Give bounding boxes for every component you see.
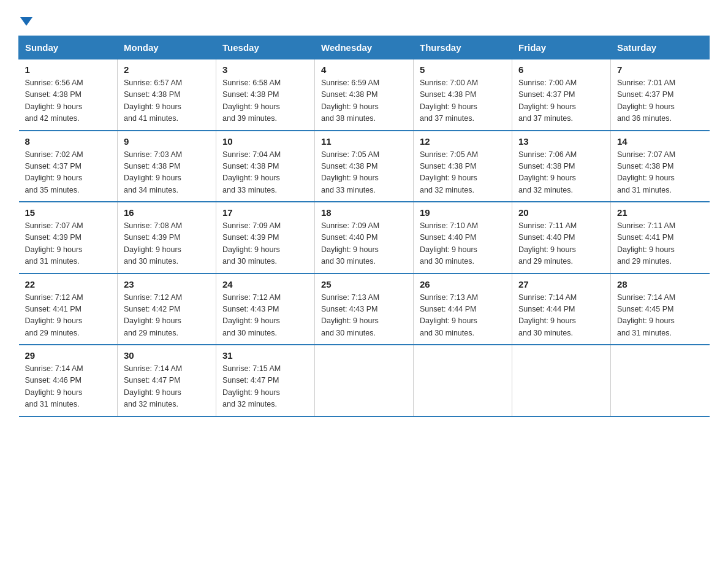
day-cell: 18 Sunrise: 7:09 AMSunset: 4:40 PMDaylig… — [315, 202, 414, 274]
header-friday: Friday — [512, 36, 611, 59]
day-info: Sunrise: 7:00 AMSunset: 4:38 PMDaylight:… — [420, 79, 478, 123]
day-cell — [611, 345, 710, 416]
day-info: Sunrise: 7:11 AMSunset: 4:40 PMDaylight:… — [518, 221, 577, 266]
day-info: Sunrise: 7:10 AMSunset: 4:40 PMDaylight:… — [420, 221, 478, 266]
day-number: 3 — [222, 64, 308, 75]
day-number: 17 — [222, 207, 308, 218]
day-cell: 30 Sunrise: 7:14 AMSunset: 4:47 PMDaylig… — [118, 345, 216, 416]
header-monday: Monday — [118, 36, 216, 59]
day-number: 14 — [617, 136, 703, 147]
day-info: Sunrise: 7:15 AMSunset: 4:47 PMDaylight:… — [222, 364, 281, 408]
day-info: Sunrise: 6:58 AMSunset: 4:38 PMDaylight:… — [222, 79, 281, 123]
day-info: Sunrise: 7:01 AMSunset: 4:37 PMDaylight:… — [617, 79, 675, 123]
day-number: 13 — [518, 136, 604, 147]
day-cell: 13 Sunrise: 7:06 AMSunset: 4:38 PMDaylig… — [512, 131, 611, 202]
day-cell: 8 Sunrise: 7:02 AMSunset: 4:37 PMDayligh… — [19, 131, 118, 202]
day-number: 15 — [25, 207, 112, 218]
day-cell: 20 Sunrise: 7:11 AMSunset: 4:40 PMDaylig… — [512, 202, 611, 274]
day-info: Sunrise: 7:14 AMSunset: 4:44 PMDaylight:… — [518, 293, 577, 337]
day-info: Sunrise: 7:00 AMSunset: 4:37 PMDaylight:… — [518, 79, 577, 123]
day-info: Sunrise: 7:14 AMSunset: 4:47 PMDaylight:… — [124, 364, 182, 408]
day-info: Sunrise: 6:56 AMSunset: 4:38 PMDaylight:… — [25, 79, 83, 123]
week-row-1: 1 Sunrise: 6:56 AMSunset: 4:38 PMDayligh… — [19, 59, 710, 131]
day-cell: 29 Sunrise: 7:14 AMSunset: 4:46 PMDaylig… — [19, 345, 118, 416]
day-number: 18 — [321, 207, 407, 218]
day-number: 19 — [420, 207, 506, 218]
day-number: 16 — [124, 207, 210, 218]
day-cell — [512, 345, 611, 416]
day-cell: 26 Sunrise: 7:13 AMSunset: 4:44 PMDaylig… — [414, 274, 512, 345]
day-number: 23 — [124, 279, 210, 289]
day-cell: 4 Sunrise: 6:59 AMSunset: 4:38 PMDayligh… — [315, 59, 414, 131]
header-thursday: Thursday — [414, 36, 512, 59]
day-number: 4 — [321, 64, 407, 75]
header-sunday: Sunday — [19, 36, 118, 59]
day-cell — [315, 345, 414, 416]
header-saturday: Saturday — [611, 36, 710, 59]
day-cell — [414, 345, 512, 416]
day-number: 24 — [222, 279, 308, 289]
week-row-2: 8 Sunrise: 7:02 AMSunset: 4:37 PMDayligh… — [19, 131, 710, 202]
day-info: Sunrise: 7:14 AMSunset: 4:46 PMDaylight:… — [25, 364, 83, 408]
day-info: Sunrise: 7:14 AMSunset: 4:45 PMDaylight:… — [617, 293, 675, 337]
week-row-3: 15 Sunrise: 7:07 AMSunset: 4:39 PMDaylig… — [19, 202, 710, 274]
day-number: 8 — [25, 136, 112, 147]
week-row-5: 29 Sunrise: 7:14 AMSunset: 4:46 PMDaylig… — [19, 345, 710, 416]
day-cell: 21 Sunrise: 7:11 AMSunset: 4:41 PMDaylig… — [611, 202, 710, 274]
day-info: Sunrise: 6:57 AMSunset: 4:38 PMDaylight:… — [124, 79, 182, 123]
day-cell: 6 Sunrise: 7:00 AMSunset: 4:37 PMDayligh… — [512, 59, 611, 131]
day-cell: 31 Sunrise: 7:15 AMSunset: 4:47 PMDaylig… — [216, 345, 315, 416]
day-cell: 27 Sunrise: 7:14 AMSunset: 4:44 PMDaylig… — [512, 274, 611, 345]
day-number: 25 — [321, 279, 407, 289]
day-info: Sunrise: 7:12 AMSunset: 4:41 PMDaylight:… — [25, 293, 83, 337]
day-cell: 19 Sunrise: 7:10 AMSunset: 4:40 PMDaylig… — [414, 202, 512, 274]
day-cell: 3 Sunrise: 6:58 AMSunset: 4:38 PMDayligh… — [216, 59, 315, 131]
logo — [18, 15, 32, 25]
day-number: 22 — [25, 279, 112, 289]
header-wednesday: Wednesday — [315, 36, 414, 59]
calendar-table: SundayMondayTuesdayWednesdayThursdayFrid… — [18, 36, 710, 417]
header-tuesday: Tuesday — [216, 36, 315, 59]
day-cell: 17 Sunrise: 7:09 AMSunset: 4:39 PMDaylig… — [216, 202, 315, 274]
day-cell: 5 Sunrise: 7:00 AMSunset: 4:38 PMDayligh… — [414, 59, 512, 131]
calendar-header-row: SundayMondayTuesdayWednesdayThursdayFrid… — [19, 36, 710, 59]
day-info: Sunrise: 6:59 AMSunset: 4:38 PMDaylight:… — [321, 79, 379, 123]
day-number: 7 — [617, 64, 703, 75]
day-cell: 25 Sunrise: 7:13 AMSunset: 4:43 PMDaylig… — [315, 274, 414, 345]
logo-general-text — [18, 15, 32, 26]
day-info: Sunrise: 7:08 AMSunset: 4:39 PMDaylight:… — [124, 221, 182, 266]
day-cell: 15 Sunrise: 7:07 AMSunset: 4:39 PMDaylig… — [19, 202, 118, 274]
day-number: 20 — [518, 207, 604, 218]
day-number: 2 — [124, 64, 210, 75]
day-number: 21 — [617, 207, 703, 218]
day-info: Sunrise: 7:07 AMSunset: 4:39 PMDaylight:… — [25, 221, 83, 266]
day-info: Sunrise: 7:03 AMSunset: 4:38 PMDaylight:… — [124, 150, 182, 194]
day-number: 10 — [222, 136, 308, 147]
day-number: 26 — [420, 279, 506, 289]
day-cell: 1 Sunrise: 6:56 AMSunset: 4:38 PMDayligh… — [19, 59, 118, 131]
day-cell: 9 Sunrise: 7:03 AMSunset: 4:38 PMDayligh… — [118, 131, 216, 202]
day-info: Sunrise: 7:13 AMSunset: 4:44 PMDaylight:… — [420, 293, 478, 337]
day-cell: 22 Sunrise: 7:12 AMSunset: 4:41 PMDaylig… — [19, 274, 118, 345]
day-cell: 2 Sunrise: 6:57 AMSunset: 4:38 PMDayligh… — [118, 59, 216, 131]
day-cell: 23 Sunrise: 7:12 AMSunset: 4:42 PMDaylig… — [118, 274, 216, 345]
day-number: 9 — [124, 136, 210, 147]
day-number: 6 — [518, 64, 604, 75]
day-number: 1 — [25, 64, 112, 75]
week-row-4: 22 Sunrise: 7:12 AMSunset: 4:41 PMDaylig… — [19, 274, 710, 345]
day-cell: 28 Sunrise: 7:14 AMSunset: 4:45 PMDaylig… — [611, 274, 710, 345]
day-info: Sunrise: 7:12 AMSunset: 4:42 PMDaylight:… — [124, 293, 182, 337]
day-number: 28 — [617, 279, 703, 289]
day-info: Sunrise: 7:05 AMSunset: 4:38 PMDaylight:… — [420, 150, 478, 194]
day-cell: 7 Sunrise: 7:01 AMSunset: 4:37 PMDayligh… — [611, 59, 710, 131]
day-number: 29 — [25, 350, 112, 361]
day-number: 5 — [420, 64, 506, 75]
day-number: 12 — [420, 136, 506, 147]
day-info: Sunrise: 7:04 AMSunset: 4:38 PMDaylight:… — [222, 150, 281, 194]
day-number: 30 — [124, 350, 210, 361]
day-info: Sunrise: 7:09 AMSunset: 4:40 PMDaylight:… — [321, 221, 379, 266]
day-cell: 14 Sunrise: 7:07 AMSunset: 4:38 PMDaylig… — [611, 131, 710, 202]
day-number: 27 — [518, 279, 604, 289]
day-number: 11 — [321, 136, 407, 147]
day-cell: 24 Sunrise: 7:12 AMSunset: 4:43 PMDaylig… — [216, 274, 315, 345]
